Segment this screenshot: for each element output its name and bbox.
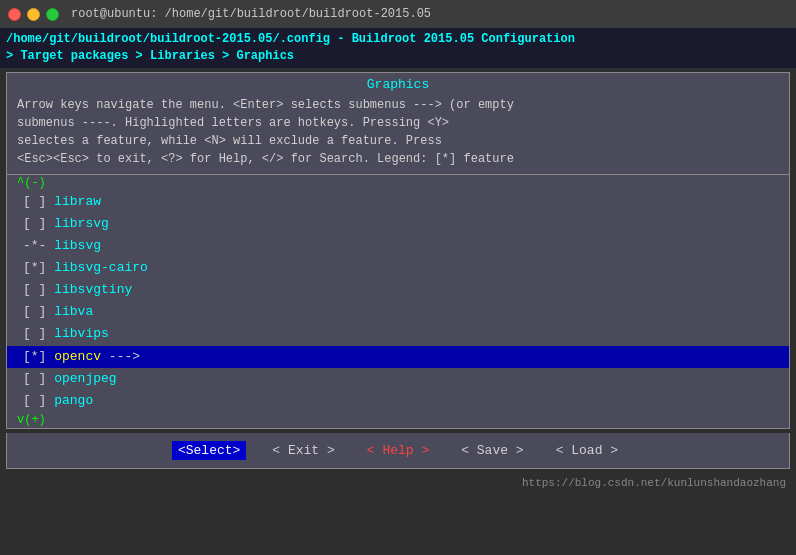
list-item[interactable]: [ ] pango: [7, 390, 789, 412]
maximize-button[interactable]: [46, 8, 59, 21]
exit-button[interactable]: < Exit >: [266, 441, 340, 460]
minimize-button[interactable]: [27, 8, 40, 21]
footer-url: https://blog.csdn.net/kunlunshandaozhang: [522, 477, 786, 489]
list-item[interactable]: [ ] libsvgtiny: [7, 279, 789, 301]
save-button[interactable]: < Save >: [455, 441, 529, 460]
select-button[interactable]: <Select>: [172, 441, 246, 460]
close-button[interactable]: [8, 8, 21, 21]
menu-list: [ ] libraw [ ] librsvg -*- libsvg [*] li…: [7, 191, 789, 412]
list-item[interactable]: -*- libsvg: [7, 235, 789, 257]
help-text: Arrow keys navigate the menu. <Enter> se…: [7, 94, 789, 175]
breadcrumb-line2: > Target packages > Libraries > Graphics: [6, 48, 790, 65]
scroll-down-indicator: v(+): [7, 412, 789, 428]
list-item[interactable]: [ ] librsvg: [7, 213, 789, 235]
list-item-opencv[interactable]: [*] opencv --->: [7, 346, 789, 368]
scroll-up-indicator: ^(-): [7, 175, 789, 191]
help-content: Arrow keys navigate the menu. <Enter> se…: [17, 98, 514, 166]
panel-title: Graphics: [7, 73, 789, 94]
help-button[interactable]: < Help >: [361, 441, 435, 460]
list-item[interactable]: [ ] libvips: [7, 323, 789, 345]
breadcrumb-line1: /home/git/buildroot/buildroot-2015.05/.c…: [6, 31, 790, 48]
window-title: root@ubuntu: /home/git/buildroot/buildro…: [71, 7, 431, 21]
list-item[interactable]: [ ] libraw: [7, 191, 789, 213]
footer: https://blog.csdn.net/kunlunshandaozhang: [0, 473, 796, 493]
load-button[interactable]: < Load >: [550, 441, 624, 460]
breadcrumb-bar: /home/git/buildroot/buildroot-2015.05/.c…: [0, 28, 796, 68]
list-item[interactable]: [*] libsvg-cairo: [7, 257, 789, 279]
list-item[interactable]: [ ] libva: [7, 301, 789, 323]
title-bar: root@ubuntu: /home/git/buildroot/buildro…: [0, 0, 796, 28]
main-panel: Graphics Arrow keys navigate the menu. <…: [6, 72, 790, 429]
button-bar: <Select> < Exit > < Help > < Save > < Lo…: [6, 433, 790, 469]
list-item[interactable]: [ ] openjpeg: [7, 368, 789, 390]
